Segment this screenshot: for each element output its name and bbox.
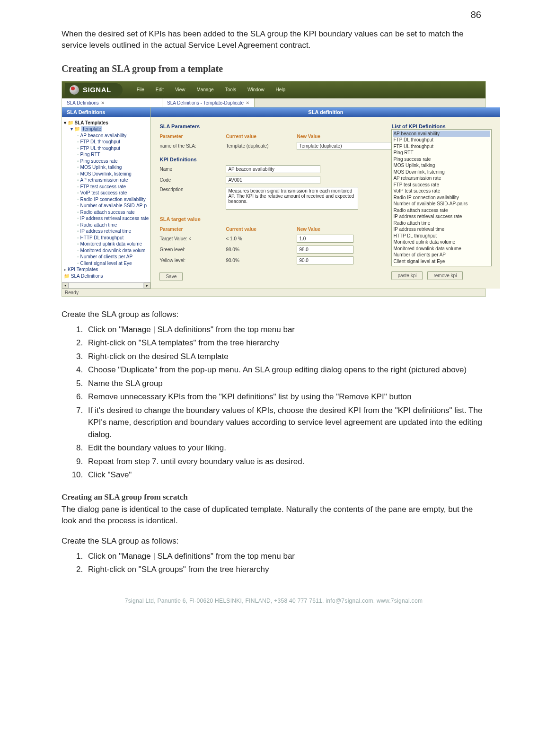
tree-item[interactable]: Number of available SSID-AP-p: [77, 202, 149, 209]
tree-item[interactable]: IP address retrieval success rate: [77, 215, 149, 222]
menu-edit[interactable]: Edit: [156, 87, 164, 92]
list-item[interactable]: FTP test success rate: [393, 182, 490, 188]
tree-item[interactable]: FTP test success rate: [77, 184, 149, 190]
step-item: Click on "Manage | SLA definitions" from…: [85, 324, 486, 336]
step-item: Click "Save": [85, 469, 486, 481]
step-item: Name the SLA group: [85, 378, 486, 390]
list-item[interactable]: IP address retrieval time: [393, 226, 490, 233]
col-current-2: Current value: [226, 227, 297, 232]
list-item[interactable]: FTP DL throughput: [393, 137, 490, 143]
input-green-level[interactable]: [297, 246, 353, 254]
right-panel-header: SLA definition: [151, 107, 500, 117]
scroll-left-button[interactable]: ◂: [62, 282, 69, 289]
tree-item[interactable]: Client signal level at Eye: [77, 260, 149, 267]
app-brand: SIGNAL: [65, 83, 123, 97]
tree-item[interactable]: IP address retrieval time: [77, 228, 149, 235]
tree-item[interactable]: Radio attach success rate: [77, 209, 149, 216]
list-item[interactable]: FTP UL throughput: [393, 143, 490, 150]
kpi-listbox[interactable]: AP beacon availabilityFTP DL throughputF…: [391, 129, 492, 266]
list-item[interactable]: Client signal level at Eye: [393, 258, 490, 265]
tree-template-node[interactable]: ▾ 📁 Template: [71, 126, 149, 132]
tree-item[interactable]: Radio attach time: [77, 222, 149, 229]
step-item: Repeat from step 7. until every boundary…: [85, 456, 486, 468]
current-yellow-level: 90.0%: [226, 258, 297, 263]
list-item[interactable]: IP address retrieval success rate: [393, 213, 490, 220]
input-yellow-level[interactable]: [297, 256, 353, 264]
tree-root[interactable]: ▾ 📁 SLA Templates: [64, 120, 149, 126]
scroll-right-button[interactable]: ▸: [144, 282, 150, 289]
save-button[interactable]: Save: [159, 272, 183, 281]
tree-item[interactable]: Number of clients per AP: [77, 254, 149, 260]
input-kpi-code[interactable]: [226, 176, 320, 184]
brand-text: SIGNAL: [83, 86, 111, 94]
menu-tools[interactable]: Tools: [225, 87, 236, 92]
tree-kpi-templates[interactable]: KPI Templates: [64, 266, 149, 273]
menu-manage[interactable]: Manage: [197, 87, 214, 92]
brand-logo-icon: [70, 85, 79, 95]
sla-parameters-heading: SLA Parameters: [159, 123, 391, 129]
list-item[interactable]: Ping RTT: [393, 149, 490, 156]
close-icon[interactable]: ✕: [101, 100, 105, 105]
remove-kpi-button[interactable]: remove kpi: [427, 271, 463, 280]
list-item[interactable]: Radio IP connection availability: [393, 194, 490, 201]
col-new-2: New Value: [297, 227, 391, 232]
tree-item[interactable]: AP beacon availability: [77, 132, 149, 139]
list-item[interactable]: Monitored downlink data volume: [393, 246, 490, 252]
input-name-of-sla[interactable]: [297, 142, 391, 150]
list-item[interactable]: VoIP test success rate: [393, 188, 490, 194]
scratch-paragraph: The dialog pane is identical to the case…: [62, 504, 486, 527]
current-green-level: 98.0%: [226, 247, 297, 252]
label-yellow-level: Yellow level:: [159, 258, 226, 263]
input-kpi-description[interactable]: Measures beacon signal transmission from…: [226, 187, 358, 210]
list-item[interactable]: MOS Downlink, listening: [393, 169, 490, 176]
tree-item[interactable]: MOS Uplink, talking: [77, 164, 149, 171]
tree-sla-definitions[interactable]: 📁 SLA Definitions: [64, 273, 149, 280]
steps-intro-2: Create the SLA group as follows:: [62, 536, 486, 547]
list-item[interactable]: AP beacon availability: [393, 131, 490, 137]
tree-item[interactable]: Monitored uplink data volume: [77, 241, 149, 247]
horizontal-scrollbar[interactable]: ◂ ▸: [62, 282, 150, 289]
list-item[interactable]: Number of available SSID-AP-pairs: [393, 201, 490, 207]
input-kpi-name[interactable]: [226, 165, 320, 173]
list-item[interactable]: MOS Uplink, talking: [393, 162, 490, 169]
tree-item[interactable]: VoIP test success rate: [77, 190, 149, 196]
tree-item[interactable]: Ping RTT: [77, 151, 149, 158]
list-item[interactable]: HTTP DL throughput: [393, 233, 490, 239]
tree-item[interactable]: Radio IP connection availability: [77, 196, 149, 203]
list-item[interactable]: Monitored uplink data volume: [393, 239, 490, 246]
col-new: New Value: [297, 134, 391, 139]
menu-help[interactable]: Help: [276, 87, 286, 92]
menu-bar: File Edit View Manage Tools Window Help: [137, 87, 286, 92]
paste-kpi-button[interactable]: paste kpi: [391, 271, 423, 280]
close-icon[interactable]: ✕: [246, 100, 249, 105]
menu-window[interactable]: Window: [247, 87, 265, 92]
intro-paragraph: When the desired set of KPIs has been ad…: [62, 28, 486, 51]
list-item[interactable]: Ping success rate: [393, 156, 490, 163]
input-target-value[interactable]: [297, 235, 353, 243]
tree-item[interactable]: Monitored downlink data volum: [77, 247, 149, 254]
tree-item[interactable]: FTP UL throughput: [77, 145, 149, 152]
scroll-track[interactable]: [69, 282, 144, 289]
list-item[interactable]: AP retransmission rate: [393, 175, 490, 182]
menu-view[interactable]: View: [175, 87, 185, 92]
tree-item[interactable]: FTP DL throughput: [77, 139, 149, 145]
list-item[interactable]: Radio attach success rate: [393, 207, 490, 214]
menu-file[interactable]: File: [137, 87, 144, 92]
tree-item[interactable]: Ping success rate: [77, 158, 149, 165]
section-heading-template: Creating an SLA group from a template: [62, 63, 486, 74]
tree-item[interactable]: HTTP DL throughput: [77, 235, 149, 241]
tree-view[interactable]: ▾ 📁 SLA Templates ▾ 📁 Template AP beacon…: [62, 117, 150, 282]
list-item[interactable]: Radio attach time: [393, 220, 490, 227]
tree-item[interactable]: MOS Downlink, listening: [77, 171, 149, 177]
tree-item[interactable]: AP retransmission rate: [77, 177, 149, 184]
step-item: Right-click on "SLA templates" from the …: [85, 337, 486, 349]
tab-template-duplicate[interactable]: SLA Definitions - Template-Duplicate✕: [162, 98, 255, 107]
list-item[interactable]: Number of clients per AP: [393, 252, 490, 258]
col-current: Current value: [226, 134, 297, 139]
tab-right-label: SLA Definitions - Template-Duplicate: [167, 100, 244, 105]
col-parameter: Parameter: [159, 134, 226, 139]
label-target-value: Target Value: <: [159, 236, 226, 241]
tab-sla-definitions[interactable]: SLA Definitions✕: [62, 98, 162, 107]
current-name-of-sla: Template (duplicate): [226, 143, 297, 149]
app-titlebar: SIGNAL File Edit View Manage Tools Windo…: [62, 81, 485, 98]
